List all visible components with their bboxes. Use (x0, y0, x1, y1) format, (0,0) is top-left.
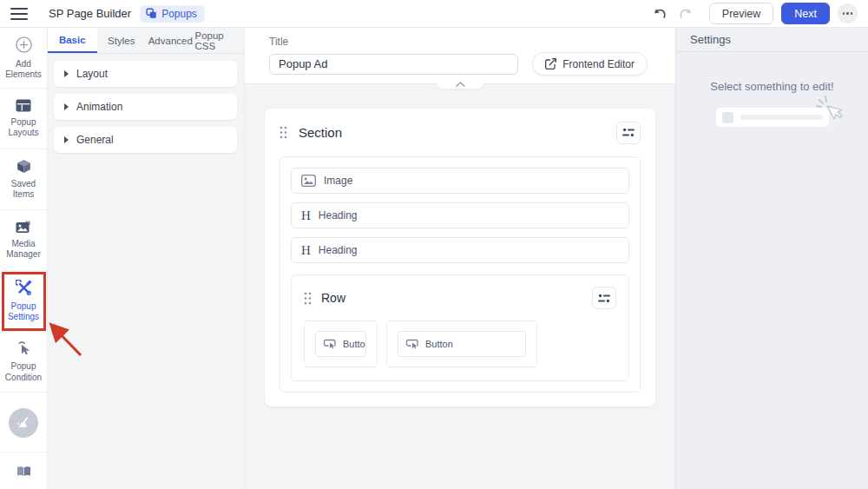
row-title: Row (321, 291, 345, 305)
sidebar-item-label: Popup Layouts (2, 117, 45, 139)
more-options-button[interactable] (838, 3, 858, 23)
app-title: SP Page Builder (49, 7, 131, 20)
row-column: Butto (304, 320, 378, 367)
sidebar-item-popup-layouts[interactable]: Popup Layouts (0, 89, 47, 149)
top-bar: SP Page Builder Popups Preview Next (0, 0, 868, 28)
sliders-icon (622, 128, 635, 137)
heading-icon: H (301, 244, 311, 257)
row-column: Button (386, 320, 537, 367)
element-label: Heading (319, 244, 358, 256)
element-image[interactable]: Image (291, 168, 629, 194)
tools-icon (16, 280, 32, 296)
row-block: Row (291, 274, 629, 381)
next-button[interactable]: Next (781, 3, 830, 24)
element-heading[interactable]: H Heading (291, 202, 629, 228)
documentation-button[interactable] (0, 452, 47, 489)
section-options-button[interactable] (616, 122, 641, 144)
drag-handle-icon[interactable] (279, 126, 287, 139)
image-icon (301, 175, 316, 187)
tab-styles[interactable]: Styles (97, 28, 147, 53)
accordion-label: Layout (76, 68, 108, 80)
tab-popup-css[interactable]: Popup CSS (195, 28, 245, 53)
heading-icon: H (301, 209, 311, 222)
menu-icon[interactable] (10, 8, 28, 20)
accordion-label: Animation (76, 101, 122, 113)
element-label: Button (425, 339, 453, 349)
tab-basic[interactable]: Basic (48, 28, 97, 53)
sidebar-item-add-elements[interactable]: Add Elements (0, 28, 47, 89)
button-icon (323, 339, 337, 349)
popups-badge[interactable]: Popups (140, 5, 205, 23)
element-button[interactable]: Button (398, 331, 526, 357)
sidebar-item-popup-condition[interactable]: Popup Condition (0, 332, 47, 393)
settings-panel-title: Settings (676, 28, 868, 52)
caret-right-icon (64, 136, 69, 143)
element-button[interactable]: Butto (315, 331, 366, 357)
collapse-header-button[interactable] (437, 76, 483, 89)
empty-state-message: Select something to edit! (676, 80, 868, 93)
section-content: Image H Heading H Heading (279, 156, 641, 393)
sidebar-item-label: Media Manager (2, 239, 45, 261)
frontend-editor-button[interactable]: Frontend Editor (532, 52, 648, 76)
sidebar-item-label: Saved Items (2, 179, 45, 201)
sliders-icon (598, 294, 610, 303)
section-title: Section (299, 125, 342, 140)
sidebar-item-label: Popup Settings (2, 301, 45, 323)
sidebar-item-label: Popup Condition (2, 361, 45, 383)
title-label: Title (269, 36, 648, 48)
element-label: Image (324, 175, 352, 187)
sidebar-item-popup-settings[interactable]: Popup Settings (0, 271, 47, 332)
sidebar-item-label: Add Elements (2, 59, 45, 81)
accordion-general[interactable]: General (54, 127, 237, 153)
section-block: Section Image H He (265, 109, 655, 406)
layout-icon (16, 99, 31, 112)
tab-advanced[interactable]: Advanced (146, 28, 195, 53)
sidebar-item-media-manager[interactable]: Media Manager (0, 210, 47, 271)
accordion-animation[interactable]: Animation (54, 94, 237, 120)
redo-icon[interactable] (678, 8, 693, 19)
settings-panel: Settings Select something to edit! (675, 28, 868, 489)
accordion-label: General (76, 134, 114, 146)
row-options-button[interactable] (592, 287, 616, 309)
button-icon (405, 339, 419, 349)
popups-badge-label: Popups (161, 8, 197, 20)
click-pointer-icon (16, 340, 30, 356)
element-label: Heading (319, 209, 358, 221)
chevron-up-icon (456, 82, 465, 87)
editor-canvas: Title Frontend Editor (245, 28, 675, 489)
empty-state-illustration (716, 107, 829, 129)
skeleton-line (740, 115, 823, 120)
skeleton-square (722, 112, 733, 123)
settings-tab-panel: Basic Styles Advanced Popup CSS Layout A… (48, 28, 245, 489)
caret-right-icon (64, 70, 69, 77)
media-image-icon (16, 221, 31, 234)
undo-icon[interactable] (653, 8, 667, 19)
preview-button[interactable]: Preview (709, 3, 773, 24)
cursor-click-icon (816, 95, 847, 131)
accordion-layout[interactable]: Layout (54, 61, 237, 87)
frontend-editor-label: Frontend Editor (562, 58, 635, 70)
skeleton-bar (716, 108, 829, 127)
plus-circle-icon (15, 36, 33, 54)
edit-external-icon (545, 58, 556, 69)
cleaner-avatar-button[interactable] (9, 408, 38, 438)
element-heading[interactable]: H Heading (291, 237, 629, 263)
popup-title-input[interactable] (269, 54, 518, 75)
book-icon (16, 466, 31, 477)
cube-icon (16, 159, 31, 174)
left-sidebar: Add Elements Popup Layouts Saved Items M… (0, 28, 48, 489)
broom-icon (16, 416, 30, 430)
popup-window-icon (146, 8, 157, 19)
sidebar-item-saved-items[interactable]: Saved Items (0, 149, 47, 210)
caret-right-icon (64, 103, 69, 110)
element-label: Butto (343, 339, 365, 349)
tab-bar: Basic Styles Advanced Popup CSS (48, 28, 244, 54)
drag-handle-icon[interactable] (304, 292, 312, 305)
